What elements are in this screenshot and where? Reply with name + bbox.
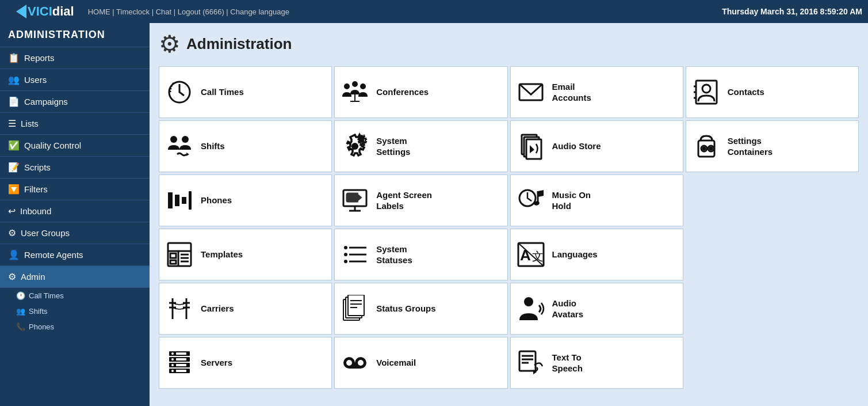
grid-label-voicemail: Voicemail (376, 357, 416, 369)
sidebar-item-scripts[interactable]: 📝 Scripts (0, 157, 150, 179)
page-header: ⚙ Administration (159, 30, 859, 58)
svg-point-82 (358, 360, 364, 366)
grid-item-settings-containers[interactable]: SettingsContainers (686, 120, 859, 172)
sidebar-label-admin: Admin (21, 272, 45, 282)
sidebar-item-user-groups[interactable]: ⚙ User Groups (0, 222, 150, 244)
settings-containers-icon (692, 132, 721, 160)
text-to-speech-icon (517, 349, 545, 377)
svg-point-12 (170, 136, 177, 143)
svg-point-71 (171, 358, 174, 361)
svg-point-1 (344, 84, 350, 89)
status-groups-icon (341, 295, 369, 322)
grid-item-email-accounts[interactable]: EmailAccounts (510, 66, 683, 118)
sidebar-item-admin[interactable]: ⚙ Admin (0, 266, 150, 288)
logo[interactable]: VICI dial (12, 3, 79, 20)
sidebar-item-reports[interactable]: 📋 Reports (0, 47, 150, 69)
grid-item-voicemail[interactable]: Voicemail (334, 337, 507, 389)
svg-rect-39 (170, 260, 176, 264)
sub-call-times-icon: 🕐 (16, 291, 25, 300)
sidebar-label-users: Users (24, 75, 47, 85)
sidebar-item-inbound[interactable]: ↩ Inbound (0, 200, 150, 222)
nav-links[interactable]: HOME | Timeclock | Chat | Logout (6666) … (88, 7, 289, 16)
grid-item-system-settings[interactable]: SystemSettings (334, 120, 507, 172)
grid-item-empty4 (686, 337, 859, 389)
grid-item-audio-avatars[interactable]: AudioAvatars (510, 283, 683, 335)
grid-label-audio-avatars: AudioAvatars (552, 298, 583, 320)
sidebar-item-campaigns[interactable]: 📄 Campaigns (0, 91, 150, 113)
templates-icon (165, 241, 194, 268)
sub-phones-icon: 📞 (16, 322, 25, 331)
grid-label-contacts: Contacts (728, 86, 764, 98)
sidebar-item-users[interactable]: 👥 Users (0, 69, 150, 91)
scripts-icon: 📝 (8, 162, 20, 173)
sidebar-item-remote-agents[interactable]: 👤 Remote Agents (0, 244, 150, 266)
system-statuses-icon (341, 241, 369, 268)
svg-rect-61 (348, 295, 364, 316)
admin-gear-icon: ⚙ (159, 30, 181, 58)
grid-label-settings-containers: SettingsContainers (728, 135, 773, 158)
svg-point-3 (360, 84, 366, 89)
sidebar-label-remote-agents: Remote Agents (24, 250, 83, 260)
svg-point-8 (702, 85, 710, 93)
reports-icon: 📋 (8, 52, 20, 63)
grid-item-call-times[interactable]: Call Times (159, 66, 332, 118)
conferences-icon (341, 78, 369, 106)
sidebar-sub-shifts[interactable]: 👥 Shifts (0, 303, 150, 319)
voicemail-icon (341, 349, 369, 377)
sidebar-label-inbound: Inbound (20, 206, 51, 216)
sidebar-sub-call-times[interactable]: 🕐 Call Times (0, 288, 150, 303)
grid-item-templates[interactable]: Templates (159, 229, 332, 280)
svg-point-43 (344, 246, 347, 249)
sidebar-item-filters[interactable]: 🔽 Filters (0, 179, 150, 200)
inbound-icon: ↩ (8, 206, 16, 217)
grid-item-status-groups[interactable]: Status Groups (334, 283, 507, 335)
admin-grid: Call Times (159, 66, 859, 389)
grid-item-carriers[interactable]: Carriers (159, 283, 332, 335)
phones-icon (165, 187, 194, 214)
grid-label-phones: Phones (201, 195, 232, 206)
sidebar-item-quality-control[interactable]: ✅ Quality Control (0, 135, 150, 157)
grid-item-languages[interactable]: A 文 Languages (510, 229, 683, 280)
sidebar-item-lists[interactable]: ☰ Lists (0, 113, 150, 135)
svg-rect-27 (182, 197, 186, 204)
sidebar-sub-label-phones: Phones (29, 322, 54, 331)
shifts-icon (165, 132, 194, 160)
svg-rect-25 (168, 192, 173, 208)
grid-item-system-statuses[interactable]: SystemStatuses (334, 229, 507, 280)
grid-item-audio-store[interactable]: Audio Store (510, 120, 683, 172)
grid-item-conferences[interactable]: Conferences (334, 66, 507, 118)
logo-vici: VICI (28, 4, 52, 19)
grid-label-servers: Servers (201, 357, 232, 369)
svg-rect-32 (347, 193, 358, 202)
system-settings-icon (341, 132, 369, 160)
grid-item-agent-screen-labels[interactable]: Agent ScreenLabels (334, 174, 507, 226)
users-icon: 👥 (8, 74, 20, 85)
grid-item-music-on-hold[interactable]: Music OnHold (510, 174, 683, 226)
grid-item-phones[interactable]: Phones (159, 174, 332, 226)
sidebar-label-lists: Lists (21, 119, 39, 128)
admin-icon: ⚙ (8, 271, 16, 282)
svg-point-72 (171, 364, 174, 366)
layout: ADMINISTRATION 📋 Reports 👥 Users 📄 Campa… (0, 23, 868, 406)
contacts-icon (692, 78, 721, 106)
grid-label-status-groups: Status Groups (376, 303, 435, 314)
sidebar-sub-phones[interactable]: 📞 Phones (0, 319, 150, 335)
grid-item-shifts[interactable]: Shifts (159, 120, 332, 172)
grid-item-empty2 (686, 229, 859, 280)
remote-agents-icon: 👤 (8, 249, 20, 260)
grid-item-contacts[interactable]: Contacts (686, 66, 859, 118)
page-title: Administration (186, 35, 292, 53)
svg-point-81 (346, 360, 352, 366)
grid-item-text-to-speech[interactable]: Text ToSpeech (510, 337, 683, 389)
sidebar-label-scripts: Scripts (24, 162, 51, 172)
audio-avatars-icon (517, 295, 545, 322)
carriers-icon (165, 295, 194, 322)
grid-label-conferences: Conferences (376, 86, 429, 98)
svg-rect-75 (176, 358, 186, 361)
grid-item-servers[interactable]: Servers (159, 337, 332, 389)
svg-point-22 (703, 147, 705, 150)
svg-marker-14 (186, 153, 189, 156)
grid-item-empty3 (686, 283, 859, 335)
sidebar-label-filters: Filters (24, 184, 48, 194)
grid-label-email-accounts: EmailAccounts (552, 81, 591, 104)
